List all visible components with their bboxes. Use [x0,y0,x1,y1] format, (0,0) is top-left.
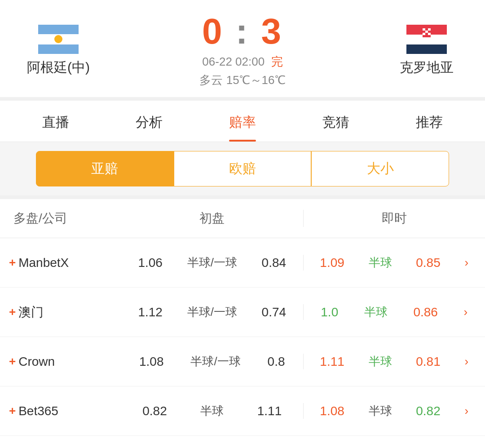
table-row[interactable]: + 澳门 1.12 半球/一球 0.74 1.0 半球 0.86 › [0,288,485,337]
rt-handicap-macau: 半球 [364,304,388,320]
match-status: 完 [271,55,283,68]
init-away-bet365: 1.11 [257,404,282,418]
team-away-name: 克罗地亚 [400,58,454,77]
init-home-crown: 1.08 [139,355,164,369]
svg-rect-14 [423,33,425,35]
sub-tab-asia[interactable]: 亚赔 [36,151,174,186]
rt-handicap-crown: 半球 [369,354,392,369]
realtime-cell-crown: 1.11 半球 0.81 › [303,354,485,369]
rt-handicap-manbetx: 半球 [369,255,392,271]
score-section: 0 : 3 06-22 02:00 完 多云 15℃～16℃ [108,13,377,88]
match-datetime: 06-22 02:00 [202,55,265,68]
initial-cell-crown: 1.08 半球/一球 0.8 [121,354,303,369]
init-handicap-crown: 半球/一球 [190,354,240,369]
tab-predict[interactable]: 竞猜 [289,101,383,142]
score-home: 0 [202,11,224,51]
rt-away-manbetx: 0.85 [416,256,441,270]
company-name-crown: Crown [18,355,55,369]
init-home-manbetx: 1.06 [138,256,163,270]
company-cell-macau: + 澳门 [0,304,121,321]
col-company-header: 多盘/公司 [0,210,121,227]
init-handicap-manbetx: 半球/一球 [187,255,237,271]
flag-argentina [38,25,79,54]
realtime-cell-bet365: 1.08 半球 0.82 › [303,403,485,419]
tab-analysis[interactable]: 分析 [102,101,196,142]
expand-icon-bet365[interactable]: + [9,404,16,418]
header-divider [0,97,485,101]
svg-rect-10 [428,28,431,31]
init-away-manbetx: 0.84 [262,256,287,270]
team-home-name: 阿根廷(中) [27,58,90,77]
svg-rect-11 [423,31,425,33]
rt-home-bet365: 1.08 [320,404,344,418]
arrow-icon-crown[interactable]: › [464,355,468,368]
score-colon: : [224,11,261,51]
init-away-macau: 0.74 [262,305,287,319]
expand-icon-crown[interactable]: + [9,355,16,368]
rt-away-crown: 0.81 [416,355,441,369]
initial-cell-macau: 1.12 半球/一球 0.74 [121,304,303,320]
company-cell-bet365: + Bet365 [0,404,121,418]
main-tabs: 直播 分析 赔率 竞猜 推荐 [0,101,485,142]
score-away: 3 [261,11,283,51]
sub-tabs: 亚赔 欧赔 大小 [0,142,485,195]
table-row[interactable]: + 易胜博 0.81 半球 1.11 1.12 半球 0.83 › [0,436,485,448]
svg-rect-9 [425,28,428,31]
arrow-icon-macau[interactable]: › [464,305,468,319]
svg-rect-16 [428,33,431,35]
realtime-cell-manbetx: 1.09 半球 0.85 › [303,255,485,271]
initial-cell-manbetx: 1.06 半球/一球 0.84 [121,255,303,271]
table-header: 多盘/公司 初盘 即时 [0,199,485,238]
rt-away-bet365: 0.82 [416,404,441,418]
expand-icon-macau[interactable]: + [9,305,16,319]
team-home: 阿根廷(中) [9,25,108,77]
rt-handicap-bet365: 半球 [369,403,392,419]
init-handicap-bet365: 半球 [200,403,224,419]
svg-rect-6 [406,44,447,54]
table-row[interactable]: + Crown 1.08 半球/一球 0.8 1.11 半球 0.81 › [0,337,485,386]
match-weather: 多云 15℃～16℃ [199,72,285,88]
svg-rect-12 [425,31,428,33]
svg-rect-13 [428,31,431,33]
arrow-icon-manbetx[interactable]: › [464,256,468,270]
company-name-macau: 澳门 [18,304,44,321]
initial-cell-bet365: 0.82 半球 1.11 [121,403,303,419]
company-name-bet365: Bet365 [18,404,58,418]
subtabs-divider [0,195,485,199]
tab-live[interactable]: 直播 [9,101,102,142]
sub-tab-size[interactable]: 大小 [311,151,449,186]
company-cell-manbetx: + ManbetX [0,256,121,270]
tab-odds[interactable]: 赔率 [196,101,289,142]
col-initial-header: 初盘 [121,210,303,227]
rt-away-macau: 0.86 [413,305,438,319]
company-name-manbetx: ManbetX [18,256,69,270]
match-header: 阿根廷(中) 0 : 3 06-22 02:00 完 多云 15℃～16℃ [0,0,485,97]
sub-tab-europe[interactable]: 欧赔 [174,151,312,186]
flag-croatia [406,25,447,54]
odds-table: + ManbetX 1.06 半球/一球 0.84 1.09 半球 0.85 ›… [0,238,485,448]
expand-icon-manbetx[interactable]: + [9,256,16,270]
arrow-icon-bet365[interactable]: › [464,404,468,418]
company-cell-crown: + Crown [0,355,121,369]
col-realtime-header: 即时 [303,210,485,227]
table-row[interactable]: + ManbetX 1.06 半球/一球 0.84 1.09 半球 0.85 › [0,238,485,288]
svg-rect-15 [425,33,428,35]
svg-rect-8 [423,28,425,31]
init-away-crown: 0.8 [268,355,285,369]
rt-home-macau: 1.0 [321,305,338,319]
score-display: 0 : 3 [202,13,283,49]
table-row[interactable]: + Bet365 0.82 半球 1.11 1.08 半球 0.82 › [0,386,485,436]
rt-home-manbetx: 1.09 [320,256,344,270]
team-away: 克罗地亚 [377,25,476,77]
tab-recommend[interactable]: 推荐 [383,101,476,142]
init-handicap-macau: 半球/一球 [187,304,237,320]
rt-home-crown: 1.11 [320,355,344,369]
realtime-cell-macau: 1.0 半球 0.86 › [303,304,485,320]
init-home-macau: 1.12 [138,305,163,319]
match-info: 06-22 02:00 完 多云 15℃～16℃ [199,54,285,88]
init-home-bet365: 0.82 [142,404,167,418]
